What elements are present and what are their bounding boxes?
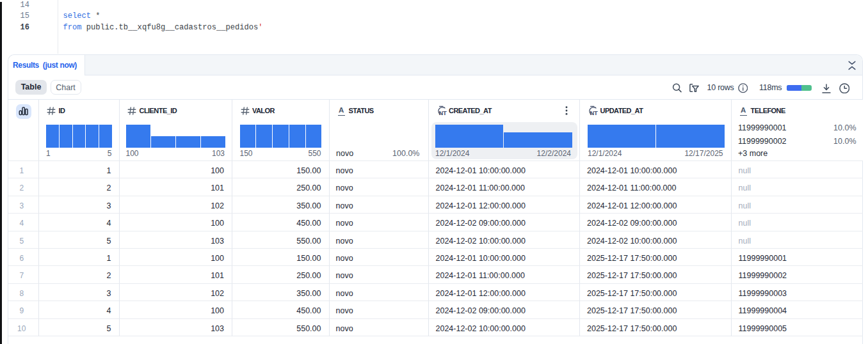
- svg-text:NT: NT: [590, 109, 598, 116]
- svg-text:NT: NT: [438, 109, 446, 116]
